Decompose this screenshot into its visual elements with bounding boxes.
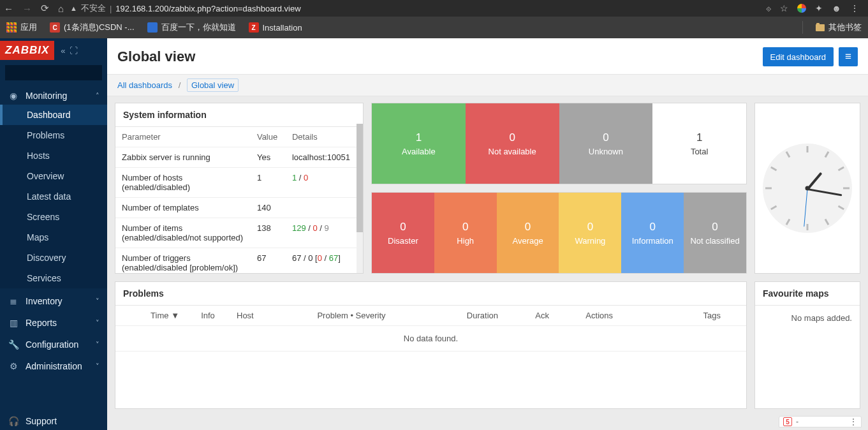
- sysinfo-row: Zabbix server is runningYeslocalhost:100…: [115, 147, 357, 168]
- forward-icon[interactable]: →: [22, 3, 32, 14]
- nav-problems[interactable]: Problems: [0, 125, 107, 145]
- reload-icon[interactable]: ⟳: [41, 3, 49, 14]
- chevron-down-icon: ˅: [96, 297, 99, 306]
- sysinfo-col-details: Details: [286, 127, 357, 147]
- tile-not-available[interactable]: 0Not available: [466, 103, 559, 184]
- gear-icon: ⚙: [8, 361, 19, 371]
- other-bookmarks[interactable]: 其他书签: [816, 22, 862, 33]
- nav-latest-data[interactable]: Latest data: [0, 186, 107, 207]
- col-duration[interactable]: Duration: [422, 306, 504, 326]
- col-tags[interactable]: Tags: [619, 306, 746, 326]
- nav-administration[interactable]: ⚙Administration˅: [0, 353, 107, 375]
- search-box[interactable]: 🔍: [5, 65, 102, 80]
- fullscreen-icon[interactable]: ⛶: [70, 46, 78, 56]
- nav-monitoring[interactable]: ◉Monitoring˄: [0, 83, 107, 105]
- favourite-maps-widget: Favourite maps No maps added.: [754, 281, 860, 409]
- chevron-down-icon: ˅: [96, 362, 99, 371]
- wrench-icon: 🔧: [8, 339, 19, 350]
- dashboard-menu-button[interactable]: ≡: [839, 47, 858, 66]
- tile-total[interactable]: 1Total: [652, 103, 746, 184]
- nav-overview[interactable]: Overview: [0, 166, 107, 186]
- tile-warning[interactable]: 0Warning: [559, 193, 621, 273]
- list-icon: ≣: [8, 296, 19, 306]
- tile-not-classified[interactable]: 0Not classified: [684, 193, 746, 273]
- main-content: Global view Edit dashboard ≡ All dashboa…: [107, 38, 868, 430]
- baidu-bookmark[interactable]: 百度一下，你就知道: [147, 22, 236, 33]
- col-info[interactable]: Info: [186, 306, 230, 326]
- nav-configuration[interactable]: 🔧Configuration˅: [0, 332, 107, 353]
- bookmarks-bar: 应用 C(1条消息)CSDN -... 百度一下，你就知道 ZInstallat…: [0, 17, 868, 38]
- chevron-up-icon: ˄: [96, 92, 99, 100]
- extensions-icon[interactable]: ✦: [815, 3, 823, 13]
- system-information-widget: System information Parameter Value Detai…: [115, 103, 364, 274]
- collapse-icon[interactable]: «: [61, 46, 65, 56]
- nav-hosts[interactable]: Hosts: [0, 145, 107, 166]
- problems-title: Problems: [115, 282, 746, 306]
- tile-information[interactable]: 0Information: [621, 193, 684, 273]
- tile-available[interactable]: 1Available: [372, 103, 466, 184]
- apps-bookmark[interactable]: 应用: [6, 22, 37, 33]
- edit-dashboard-button[interactable]: Edit dashboard: [763, 47, 834, 66]
- nav-inventory[interactable]: ≣Inventory˅: [0, 288, 107, 310]
- headset-icon: 🎧: [8, 416, 19, 426]
- tool-icon: 5: [783, 417, 792, 426]
- profile-icon[interactable]: ☻: [832, 3, 841, 13]
- sysinfo-row: Number of templates140: [115, 198, 357, 218]
- url-text: 192.168.1.200/zabbix.php?action=dashboar…: [115, 4, 300, 13]
- sysinfo-row: Number of items (enabled/disabled/not su…: [115, 218, 357, 248]
- page-title: Global view: [117, 48, 195, 65]
- nav-reports[interactable]: ▥Reports˅: [0, 310, 107, 332]
- favmaps-title: Favourite maps: [755, 282, 860, 306]
- floating-tool[interactable]: 5 - ⋮: [779, 416, 862, 427]
- browser-toolbar: ← → ⟳ ⌂ ▲ 不安全 | 192.168.1.200/zabbix.php…: [0, 0, 868, 17]
- home-icon[interactable]: ⌂: [58, 3, 64, 14]
- nav-dashboard[interactable]: Dashboard: [0, 105, 107, 125]
- col-ack[interactable]: Ack: [504, 306, 555, 326]
- sysinfo-title: System information: [115, 103, 363, 127]
- nav-maps[interactable]: Maps: [0, 227, 107, 248]
- chart-icon: ▥: [8, 318, 19, 328]
- tile-high[interactable]: 0High: [434, 193, 497, 273]
- second-hand: [804, 188, 807, 226]
- sidebar: ZABBIX « ⛶ 🔍 ◉Monitoring˄ Dashboard Prob…: [0, 38, 107, 430]
- chevron-down-icon: ˅: [96, 341, 99, 349]
- insecure-label: 不安全: [81, 3, 106, 14]
- breadcrumb: All dashboards / Global view: [107, 74, 868, 96]
- crumb-current: Global view: [187, 78, 239, 92]
- back-icon[interactable]: ←: [4, 3, 13, 14]
- crumb-all-dashboards[interactable]: All dashboards: [117, 80, 172, 90]
- col-problem[interactable]: Problem • Severity: [281, 306, 422, 326]
- sysinfo-col-param: Parameter: [115, 127, 251, 147]
- analog-clock: [763, 144, 852, 233]
- col-time[interactable]: Time ▼: [115, 306, 186, 326]
- installation-bookmark[interactable]: ZInstallation: [249, 22, 302, 33]
- tile-average[interactable]: 0Average: [497, 193, 559, 273]
- address-bar[interactable]: ▲ 不安全 | 192.168.1.200/zabbix.php?action=…: [70, 3, 760, 14]
- search-input[interactable]: [6, 68, 109, 77]
- eye-icon: ◉: [8, 91, 19, 101]
- problems-nodata: No data found.: [115, 326, 746, 352]
- csdn-bookmark[interactable]: C(1条消息)CSDN -...: [50, 22, 135, 33]
- tile-disaster[interactable]: 0Disaster: [372, 193, 434, 273]
- insecure-icon: ▲: [70, 4, 77, 12]
- col-host[interactable]: Host: [230, 306, 281, 326]
- sysinfo-scrollbar[interactable]: [357, 124, 363, 273]
- nav-services[interactable]: Services: [0, 268, 107, 288]
- chevron-down-icon: ˅: [96, 319, 99, 327]
- sysinfo-col-value: Value: [251, 127, 286, 147]
- google-icon[interactable]: [797, 4, 806, 13]
- zabbix-logo[interactable]: ZABBIX: [0, 41, 54, 60]
- host-availability-widget: 1Available 0Not available 0Unknown 1Tota…: [371, 103, 747, 184]
- menu-icon[interactable]: ⋮: [850, 3, 859, 13]
- minute-hand: [807, 188, 842, 196]
- nav-support[interactable]: 🎧Support: [0, 408, 107, 430]
- translate-icon[interactable]: ⟐: [766, 3, 771, 13]
- nav-discovery[interactable]: Discovery: [0, 248, 107, 268]
- col-actions[interactable]: Actions: [555, 306, 619, 326]
- nav-screens[interactable]: Screens: [0, 207, 107, 227]
- favmaps-empty: No maps added.: [755, 306, 860, 330]
- star-icon[interactable]: ☆: [780, 3, 788, 13]
- tile-unknown[interactable]: 0Unknown: [559, 103, 653, 184]
- problems-severity-widget: 0Disaster 0High 0Average 0Warning 0Infor…: [371, 192, 747, 274]
- clock-widget: [754, 103, 860, 274]
